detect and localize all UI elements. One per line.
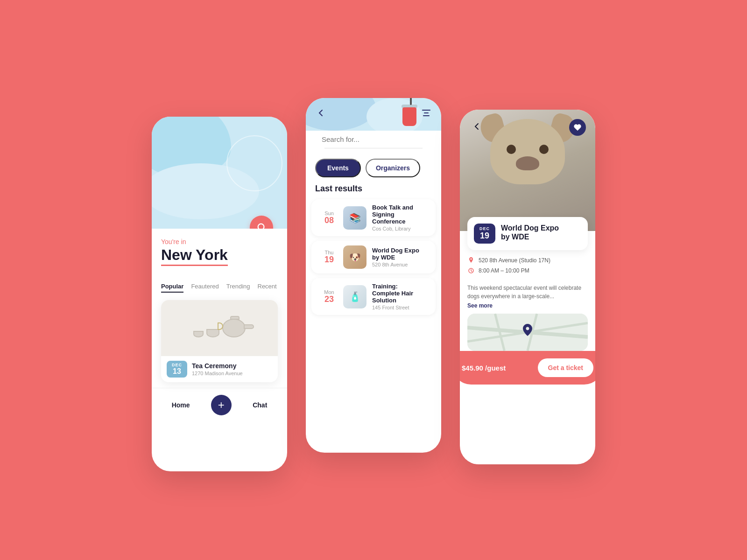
phone-3: DEC 19 World Dog Expo by WDE 520 8th Ave… [460,110,595,464]
filter-tabs: Events Organizers [306,159,441,177]
bowl-small [193,331,204,337]
dog-eye-left [507,145,516,154]
category-tabs: Popular Feautered Trending Recent [161,283,278,293]
price-label: $45.90 /guest [462,364,506,372]
back-button[interactable] [469,119,484,134]
phone-1: You're in New York Popular Feautered Tre… [152,117,287,471]
event-address: 520 8th Avenue (Studio 17N) [479,257,550,264]
nav-home[interactable]: Home [172,401,190,409]
result-day-3: 23 [321,295,338,304]
result-location-1: Cos Cob, Library [372,226,426,231]
nav-chat[interactable]: Chat [253,401,267,409]
back-button[interactable] [315,107,326,120]
teapot [222,319,246,337]
date-badge: DEC 13 [167,361,187,378]
result-info-3: Training: Complete Hair Solution 145 Fro… [372,283,426,310]
result-date-1: Sun 08 [321,210,338,225]
tab-organizers[interactable]: Organizers [366,159,420,177]
result-info-2: World Dog Expo by WDE 520 8th Avenue [372,247,426,267]
event-title-block: World Dog Expo by WDE [501,224,559,241]
event-month: DEC [170,363,183,367]
bowl [206,329,219,337]
dog-illustration [481,110,574,212]
result-thumb-2: 🐶 [343,245,366,269]
dog-head [490,119,565,184]
result-title-2: World Dog Expo by WDE [372,247,426,261]
phone1-header [152,117,287,229]
clock-icon [467,267,475,274]
event-name: Tea Ceremony [192,362,243,370]
results-title: Last results [306,184,441,194]
tab-popular[interactable]: Popular [161,283,183,293]
tab-events[interactable]: Events [315,159,361,177]
time-row: 8:00 AM – 10:00 PM [467,267,588,274]
location-pin-icon [467,257,475,264]
add-icon: + [218,399,225,411]
event-day: 13 [170,367,183,376]
event-description: This weekend spectacular event will cele… [467,280,588,302]
bottom-nav: Home + Chat [152,388,287,422]
search-input[interactable] [315,131,432,148]
event-time: 8:00 AM – 10:00 PM [479,267,529,274]
filter-button[interactable] [421,107,432,120]
teapot-handle [218,322,223,330]
phone3-content: DEC 19 World Dog Expo by WDE 520 8th Ave… [460,217,595,351]
result-title-1: Book Talk and Signing Conference [372,204,426,225]
see-more-link[interactable]: See more [467,302,588,309]
dog-eye-right [539,145,549,154]
result-date-2: Thu 19 [321,250,338,265]
result-dow-1: Sun [321,210,338,216]
drink-icon [402,100,418,126]
result-date-3: Mon 23 [321,289,338,304]
event-info-card: DEC 19 World Dog Expo by WDE [467,217,588,250]
result-title-3: Training: Complete Hair Solution [372,283,426,304]
event-text: Tea Ceremony 1270 Madison Avenue [192,362,243,376]
cup [402,107,416,126]
search-button[interactable] [250,216,273,229]
search-area [306,131,441,154]
result-day-1: 08 [321,216,338,225]
event-card[interactable]: DEC 13 Tea Ceremony 1270 Madison Avenue [161,300,278,382]
phone-2: Events Organizers Last results Sun 08 📚 … [306,98,441,453]
bottom-bar: $45.90 /guest Get a ticket [460,351,595,385]
event-address: 1270 Madison Avenue [192,371,243,376]
event-title-line1: World Dog Expo by WDE [501,224,559,241]
teapot-lid [230,316,240,320]
result-item-2[interactable]: Thu 19 🐶 World Dog Expo by WDE 520 8th A… [311,241,436,273]
result-item-3[interactable]: Mon 23 🧴 Training: Complete Hair Solutio… [311,278,436,315]
event-month: DEC [479,226,491,231]
phone2-header-bg [306,98,441,131]
add-button[interactable]: + [211,395,232,415]
map-pin-icon [523,324,532,338]
event-info: DEC 13 Tea Ceremony 1270 Madison Avenue [161,356,278,382]
result-location-3: 145 Front Street [372,305,426,310]
phone3-header-image [460,110,595,231]
tab-trending[interactable]: Trending [226,283,250,293]
city-name: New York [161,246,228,266]
teapot-spout [244,324,254,329]
bubble-tea-illustration [402,100,418,126]
result-location-2: 520 8th Avenue [372,262,426,267]
tab-featured[interactable]: Feautered [191,283,218,293]
search-divider [324,148,423,148]
favorite-button[interactable] [569,119,586,136]
event-details: 520 8th Avenue (Studio 17N) 8:00 AM – 10… [467,250,588,280]
event-date-badge: DEC 19 [474,224,495,244]
phone1-content: You're in New York Popular Feautered Tre… [152,229,287,382]
result-dow-3: Mon [321,289,338,295]
event-day: 19 [479,231,491,241]
dog-nose [516,156,539,170]
address-row: 520 8th Avenue (Studio 17N) [467,257,588,264]
straw [410,98,412,105]
circle-outline [226,135,282,191]
tab-recent[interactable]: Recent [258,283,277,293]
result-thumb-1: 📚 [343,206,366,230]
result-info-1: Book Talk and Signing Conference Cos Cob… [372,204,426,231]
map-area[interactable] [467,314,588,351]
result-thumb-3: 🧴 [343,285,366,308]
get-ticket-button[interactable]: Get a ticket [538,358,593,377]
svg-point-0 [258,224,264,229]
event-image [161,300,278,356]
you-in-label: You're in [161,238,278,245]
result-item-1[interactable]: Sun 08 📚 Book Talk and Signing Conferenc… [311,199,436,236]
